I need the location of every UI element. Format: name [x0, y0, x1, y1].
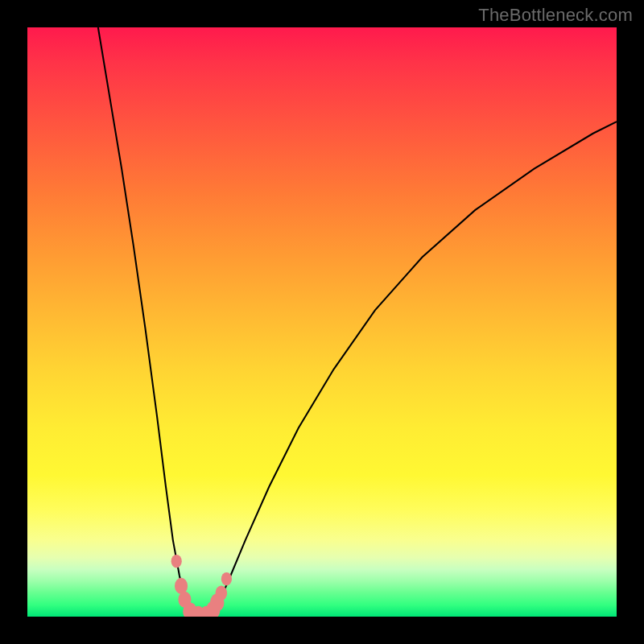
data-marker	[171, 555, 182, 568]
data-markers	[171, 555, 232, 617]
curve-left	[98, 27, 192, 613]
data-marker	[221, 572, 232, 585]
plot-area	[27, 27, 617, 617]
data-marker	[216, 586, 228, 601]
attribution-text: TheBottleneck.com	[478, 5, 633, 26]
frame: TheBottleneck.com	[0, 0, 644, 644]
curve-layer	[27, 27, 617, 617]
curve-right	[211, 122, 617, 613]
